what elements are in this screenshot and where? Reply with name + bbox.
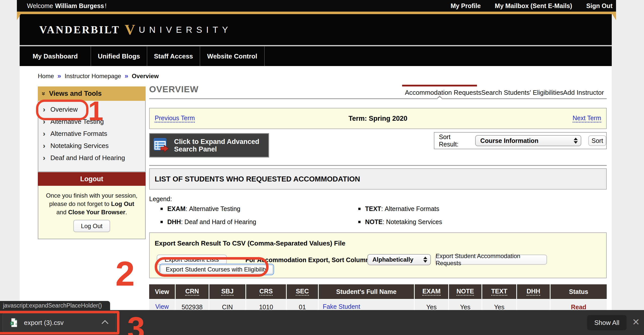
legend-item-note: NOTE: Notetaking Services <box>358 218 442 226</box>
table-header-row: View CRN SBJ CRS SEC Student's Full Name… <box>149 284 607 299</box>
logout-panel: Logout Once you finish with your session… <box>38 172 146 239</box>
sidebar-item-label: Alternative Formats <box>50 130 107 138</box>
sort-result-dropdown[interactable]: Course Information <box>475 135 581 146</box>
views-and-tools-list: › Overview › Alternative Testing › Alter… <box>38 101 146 172</box>
export-student-lists-button[interactable]: Export Student Lists <box>157 255 227 265</box>
breadcrumb-home[interactable]: Home <box>38 73 54 80</box>
next-term-link[interactable]: Next Term <box>573 114 601 123</box>
chevron-right-icon: › <box>43 118 50 125</box>
section-divider <box>149 165 607 166</box>
screen: WelcomeWilliam Burgess! My Profile My Ma… <box>0 0 644 335</box>
title-divider <box>149 98 607 99</box>
advanced-search-icon <box>153 138 170 153</box>
breadcrumb-instructor-homepage[interactable]: Instructor Homepage <box>65 73 121 80</box>
bullet-icon <box>160 221 163 223</box>
sidebar-item-label: Deaf and Hard of Hearing <box>50 154 125 162</box>
sidebar-item-deaf-hard-of-hearing[interactable]: › Deaf and Hard of Hearing <box>38 152 145 164</box>
sort-button[interactable]: Sort <box>588 135 606 146</box>
nav-item-staff-access[interactable]: Staff Access <box>147 46 200 66</box>
logo-wordmark-vanderbilt: VANDERBILT <box>39 24 120 36</box>
sidebar-item-label: Alternative Testing <box>50 118 104 126</box>
primary-nav: My Dashboard Unified Blogs Staff Access … <box>20 46 612 66</box>
bullet-icon <box>358 221 361 223</box>
views-and-tools-header[interactable]: » Views and Tools <box>38 86 146 101</box>
svg-text:a,: a, <box>16 323 18 325</box>
column-header-student-name: Student's Full Name <box>319 284 414 299</box>
my-profile-link[interactable]: My Profile <box>450 2 480 10</box>
select-arrows-icon <box>574 138 578 144</box>
column-header-sec[interactable]: SEC <box>287 284 318 299</box>
tab-accommodation-requests[interactable]: Accommodation Requests <box>405 89 481 97</box>
downloaded-file-name: export (3).csv <box>24 319 64 327</box>
bullet-icon <box>160 208 163 210</box>
legend-item-exam: EXAM: Alternative Testing <box>160 205 256 212</box>
export-sort-dropdown[interactable]: Alphabetically <box>367 254 431 265</box>
column-header-crn[interactable]: CRN <box>176 284 209 299</box>
vanderbilt-v-icon: V <box>125 22 135 37</box>
views-and-tools-panel: » Views and Tools › Overview › Alternati… <box>38 86 146 172</box>
gold-corner-right <box>612 14 616 20</box>
advanced-search-label: Click to Expand Advanced Search Panel <box>174 138 268 153</box>
legend-column-1: EXAM: Alternative Testing DHH: Deaf and … <box>160 205 256 226</box>
nav-item-website-control[interactable]: Website Control <box>200 46 265 66</box>
export-sort-dropdown-value: Alphabetically <box>372 256 413 263</box>
students-list-header-text: LIST OF STUDENTS WHO REQUESTED ACCOMMODA… <box>155 175 360 183</box>
sidebar-item-alternative-testing[interactable]: › Alternative Testing <box>38 115 145 128</box>
tab-search-students-eligibilities[interactable]: Search Students' Eligibilities <box>481 89 563 97</box>
breadcrumb: Home » Instructor Homepage » Overview <box>38 72 159 80</box>
column-header-note[interactable]: NOTE <box>449 284 481 299</box>
current-term-label: Term: Spring 2020 <box>150 115 606 123</box>
column-header-sbj[interactable]: SBJ <box>209 284 245 299</box>
logout-panel-title: Logout <box>38 172 146 186</box>
gold-corner-left <box>17 14 21 20</box>
excel-file-icon: a, X <box>10 318 17 327</box>
chevron-right-icon: › <box>43 154 50 162</box>
chevron-up-icon[interactable] <box>102 320 108 327</box>
sort-result-panel: Sort Result: Course Information Sort <box>434 132 607 149</box>
column-header-exam[interactable]: EXAM <box>415 284 448 299</box>
export-panel-title: Export Search Result To CSV (Comma-Separ… <box>155 239 345 247</box>
downloaded-file-chip[interactable]: a, X export (3).csv <box>3 313 116 332</box>
svg-text:X: X <box>11 322 13 325</box>
sort-result-dropdown-value: Course Information <box>480 137 538 144</box>
sidebar-item-alternative-formats[interactable]: › Alternative Formats <box>38 128 145 140</box>
column-header-text[interactable]: TEXT <box>482 284 516 299</box>
page-title: OVERVIEW <box>149 84 199 94</box>
welcome-message: WelcomeWilliam Burgess! <box>27 2 107 10</box>
close-icon[interactable]: ✕ <box>630 315 641 330</box>
select-arrows-icon <box>423 257 427 263</box>
top-links: My Profile My Mailbox (Sent E-Mails) Sig… <box>450 2 613 10</box>
show-all-downloads-button[interactable]: Show All <box>587 315 627 330</box>
gold-divider <box>17 12 616 14</box>
tab-add-instructor[interactable]: Add Instructor <box>563 89 604 97</box>
term-bar: Previous Term Term: Spring 2020 Next Ter… <box>149 108 607 129</box>
logout-panel-body: Once you finish with your session, pleas… <box>38 186 146 239</box>
column-header-view: View <box>149 284 175 299</box>
export-accommodation-requests-button[interactable]: Export Student Accommodation Requests <box>435 255 547 265</box>
chevron-right-icon: › <box>43 142 50 149</box>
expand-advanced-search-button[interactable]: Click to Expand Advanced Search Panel <box>149 133 269 158</box>
focused-button-ring: Export Student Courses with Eligibility <box>159 264 274 275</box>
my-mailbox-link[interactable]: My Mailbox (Sent E-Mails) <box>495 2 572 10</box>
legend-item-dhh: DHH: Deaf and Hard of Hearing <box>160 218 256 226</box>
chevron-right-icon: › <box>43 130 50 137</box>
export-student-courses-eligibility-button[interactable]: Export Student Courses with Eligibility <box>160 265 273 274</box>
sign-out-link[interactable]: Sign Out <box>586 2 613 10</box>
logo-wordmark-university: UNIVERSITY <box>139 25 232 35</box>
vanderbilt-logo[interactable]: VANDERBILT V UNIVERSITY <box>39 22 232 37</box>
previous-term-link[interactable]: Previous Term <box>155 114 195 123</box>
university-header: VANDERBILT V UNIVERSITY <box>20 14 612 45</box>
students-list-header: LIST OF STUDENTS WHO REQUESTED ACCOMMODA… <box>149 168 607 190</box>
sidebar-item-notetaking-services[interactable]: › Notetaking Services <box>38 140 145 152</box>
nav-item-unified-blogs[interactable]: Unified Blogs <box>91 46 147 66</box>
nav-item-my-dashboard[interactable]: My Dashboard <box>20 46 91 66</box>
legend-item-text: TEXT: Alternative Formats <box>358 205 442 212</box>
legend-label: Legend: <box>149 195 172 203</box>
views-and-tools-title: Views and Tools <box>49 90 102 98</box>
log-out-button[interactable]: Log Out <box>73 220 110 232</box>
column-header-dhh[interactable]: DHH <box>517 284 550 299</box>
sidebar-item-overview[interactable]: › Overview <box>38 103 145 115</box>
column-header-crs[interactable]: CRS <box>246 284 286 299</box>
sidebar-item-label: Overview <box>50 106 78 113</box>
breadcrumb-separator-icon: » <box>125 72 128 80</box>
